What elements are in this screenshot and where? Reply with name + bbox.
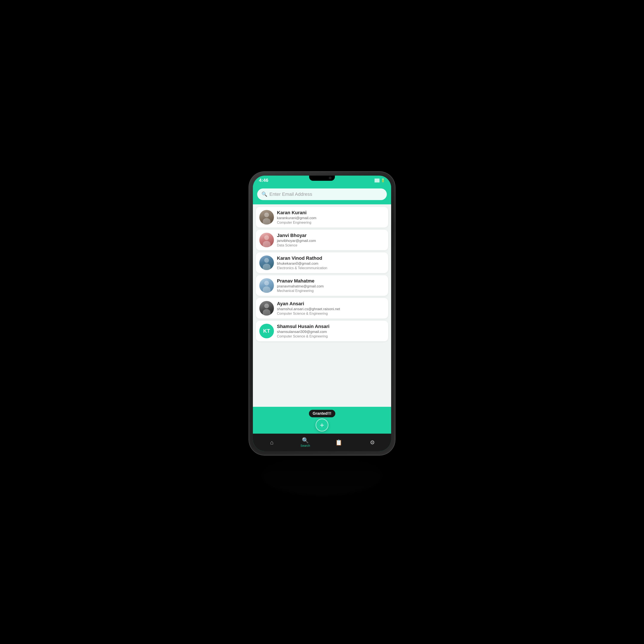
contact-name: Karan Kurani [277, 210, 385, 216]
contact-name: Karan Vinod Rathod [277, 255, 385, 261]
avatar [259, 278, 274, 293]
notch [309, 176, 335, 181]
contact-dept: Computer Science & Engineering [277, 312, 385, 316]
contact-email: shamsulansari309@gmail.com [277, 330, 385, 334]
contact-card[interactable]: Ayan Ansarishamshul.ansari.cs@ghraet.rai… [256, 298, 388, 319]
contact-email: pranavmahatme@gmail.com [277, 284, 385, 289]
contact-info: Karan Vinod Rathodbhukekaran0@gmail.comE… [277, 255, 385, 270]
contact-email: janvibhoyar@gmail.com [277, 239, 385, 243]
status-time: 4:46 [259, 178, 268, 183]
contact-name: Ayan Ansari [277, 301, 385, 307]
bottom-nav: ⌂🔍Search📋⚙ [253, 434, 391, 451]
fab-area: Granted!!! + [253, 407, 391, 434]
avatar [259, 301, 274, 316]
contact-card[interactable]: Karan Vinod Rathodbhukekaran0@gmail.comE… [256, 252, 388, 273]
contact-info: Janvi Bhoyarjanvibhoyar@gmail.comData Sc… [277, 233, 385, 247]
contact-card[interactable]: Karan Kuranikarankurani@gmail.comCompute… [256, 207, 388, 228]
search-input-placeholder[interactable]: Enter Email Address [269, 191, 312, 197]
screen-body: 🔍 Enter Email Address Karan Kuranikarank… [253, 185, 391, 451]
contact-dept: Data Science [277, 243, 385, 247]
contact-email: karankurani@gmail.com [277, 216, 385, 220]
camera-dot [329, 177, 331, 179]
clipboard-nav[interactable]: 📋 [322, 440, 355, 445]
header-area: 🔍 Enter Email Address [253, 185, 391, 204]
status-icons: ▓▓ 🔋 [375, 178, 385, 182]
search-nav-label: Search [301, 444, 310, 447]
home-nav[interactable]: ⌂ [255, 440, 289, 445]
contact-info: Ayan Ansarishamshul.ansari.cs@ghraet.rai… [277, 301, 385, 316]
settings-nav[interactable]: ⚙ [355, 440, 389, 445]
contact-dept: Electronics & Telecommunication [277, 266, 385, 270]
search-nav-icon: 🔍 [302, 437, 309, 443]
contact-info: Shamsul Husain Ansarishamsulansari309@gm… [277, 324, 385, 338]
phone-frame: 4:46 ▓▓ 🔋 🔍 Enter Email Address Karan [249, 172, 395, 455]
search-bar[interactable]: 🔍 Enter Email Address [257, 188, 387, 200]
avatar [259, 255, 274, 270]
fab-button[interactable]: + [316, 419, 328, 431]
phone-wrapper: 4:46 ▓▓ 🔋 🔍 Enter Email Address Karan [249, 172, 395, 455]
contact-name: Janvi Bhoyar [277, 233, 385, 238]
home-nav-icon: ⌂ [270, 440, 273, 445]
phone-screen: 4:46 ▓▓ 🔋 🔍 Enter Email Address Karan [253, 176, 391, 451]
search-icon: 🔍 [261, 191, 267, 197]
contact-list: Karan Kuranikarankurani@gmail.comCompute… [253, 204, 391, 407]
settings-nav-icon: ⚙ [370, 440, 375, 445]
contact-card[interactable]: KTShamsul Husain Ansarishamsulansari309@… [256, 321, 388, 341]
contact-card[interactable]: Pranav Mahatmepranavmahatme@gmail.comMec… [256, 275, 388, 296]
search-nav[interactable]: 🔍Search [289, 437, 322, 447]
contact-name: Pranav Mahatme [277, 278, 385, 284]
contact-email: shamshul.ansari.cs@ghraet.raisoni.net [277, 307, 385, 311]
contact-dept: Computer Science & Engineering [277, 334, 385, 338]
contact-dept: Computer Engineering [277, 221, 385, 225]
signal-icon: ▓▓ [375, 178, 380, 182]
contact-info: Karan Kuranikarankurani@gmail.comCompute… [277, 210, 385, 225]
contact-dept: Mechanical Engineering [277, 289, 385, 293]
contact-email: bhukekaran0@gmail.com [277, 261, 385, 266]
battery-icon: 🔋 [381, 178, 385, 182]
contact-name: Shamsul Husain Ansari [277, 324, 385, 329]
avatar [259, 233, 274, 247]
avatar: KT [259, 324, 274, 338]
granted-badge: Granted!!! [309, 410, 335, 417]
clipboard-nav-icon: 📋 [335, 440, 342, 445]
phone-reflection [253, 456, 391, 495]
contact-card[interactable]: Janvi Bhoyarjanvibhoyar@gmail.comData Sc… [256, 230, 388, 250]
contact-info: Pranav Mahatmepranavmahatme@gmail.comMec… [277, 278, 385, 293]
avatar [259, 210, 274, 225]
